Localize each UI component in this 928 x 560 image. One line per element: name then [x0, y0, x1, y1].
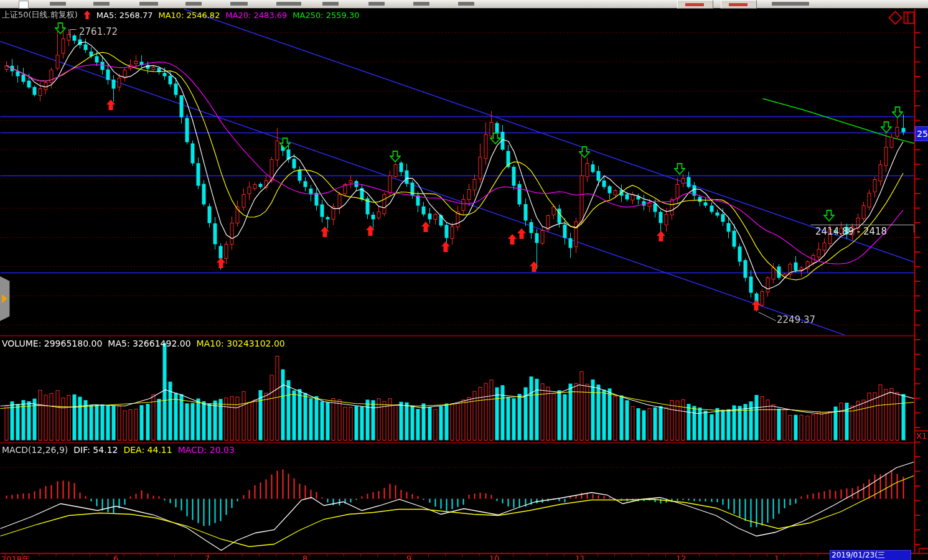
buy-signal-arrow-icon	[441, 241, 450, 252]
chart-canvas[interactable]	[0, 0, 928, 560]
volume-header: VOLUME: 29965180.00 MA5: 32661492.00 MA1…	[2, 338, 285, 348]
dea-readout: DEA: 44.11	[123, 445, 172, 455]
sidebar-expand-tab[interactable]	[0, 276, 10, 321]
sell-signal-arrow-icon	[390, 151, 398, 161]
buy-signal-arrow-icon	[517, 228, 526, 239]
macd-header: MACD(12,26,9) DIF: 54.12 DEA: 44.11 MACD…	[2, 445, 235, 455]
axis-month-label: 9	[406, 554, 411, 560]
low-price-annotation: 2249.37	[777, 314, 815, 325]
trend-up-icon	[83, 11, 91, 19]
sell-signal-arrow-icon	[490, 133, 499, 143]
ma20-readout: MA20: 2483.69	[225, 11, 287, 20]
high-price-annotation: 2761.72	[79, 26, 118, 37]
sell-signal-arrow-icon	[881, 121, 889, 132]
axis-month-label: 10	[489, 554, 500, 560]
axis-month-label: 11	[575, 554, 586, 560]
main-chart-header: 上证50(日线.前复权) MA5: 2568.77 MA10: 2546.82 …	[2, 9, 360, 21]
ma10-readout: MA10: 2546.82	[158, 11, 220, 20]
macd-readout: MACD: 20.03	[178, 445, 235, 455]
symbol-title: 上证50(日线.前复权)	[2, 9, 78, 21]
expand-arrow-icon	[2, 294, 7, 303]
sell-signal-arrow-icon	[55, 22, 63, 33]
buy-signal-arrow-icon	[366, 225, 375, 236]
axis-month-label: 12	[676, 554, 687, 560]
buy-signal-arrow-icon	[217, 258, 225, 268]
volume-unit-label: X1	[916, 431, 927, 441]
axis-month-label: 6	[113, 554, 118, 560]
trendline-value-annotation: 2414.89 - 2418	[815, 226, 887, 237]
macd-params: MACD(12,26,9)	[2, 445, 68, 455]
axis-month-label: 8	[302, 554, 307, 560]
buy-signal-arrow-icon	[508, 234, 517, 245]
volume-readout: VOLUME: 29965180.00	[2, 338, 102, 348]
buy-signal-arrow-icon	[657, 231, 665, 241]
sell-signal-arrow-icon	[674, 163, 683, 174]
sell-signal-arrow-icon	[892, 106, 901, 117]
right-axis-price-box: 25	[915, 126, 928, 141]
axis-month-label: 7	[205, 554, 210, 560]
ma250-readout: MA250: 2559.30	[293, 11, 359, 20]
sell-signal-arrow-icon	[579, 146, 588, 157]
buy-signal-arrow-icon	[421, 222, 430, 232]
axis-year-label: 2018年	[1, 554, 30, 560]
buy-signal-arrow-icon	[752, 300, 761, 310]
dif-readout: DIF: 54.12	[73, 445, 118, 455]
cursor-date-box: 2019/01/23(三	[830, 550, 911, 560]
volume-ma5-readout: MA5: 32661492.00	[108, 338, 190, 348]
buy-signal-arrow-icon	[321, 226, 329, 237]
sell-signal-arrow-icon	[823, 210, 832, 220]
volume-ma10-readout: MA10: 30243102.00	[197, 338, 285, 348]
axis-month-label: 1	[774, 554, 779, 560]
buy-signal-arrow-icon	[106, 100, 115, 110]
buy-signal-arrow-icon	[530, 261, 538, 272]
app-window: 上证50(日线.前复权) MA5: 2568.77 MA10: 2546.82 …	[0, 0, 928, 560]
sell-signal-arrow-icon	[279, 138, 288, 148]
ma5-readout: MA5: 2568.77	[96, 11, 153, 20]
